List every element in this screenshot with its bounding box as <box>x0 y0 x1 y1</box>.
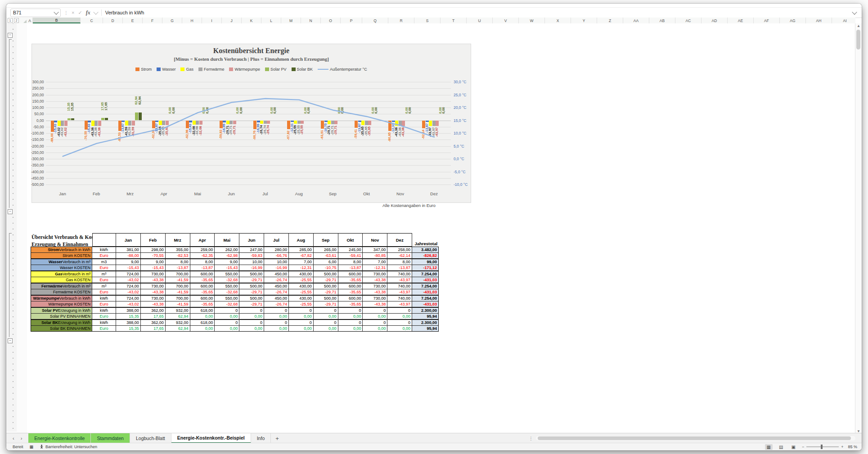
formula-input[interactable]: Verbrauch in kWh <box>105 10 853 15</box>
vertical-scrollbar[interactable]: ▲ ▼ <box>855 23 862 434</box>
table-cell-unit[interactable]: Euro <box>92 289 116 296</box>
column-header-K[interactable]: K <box>242 18 261 23</box>
column-header-T[interactable]: T <box>441 18 467 23</box>
table-cell-total[interactable]: -826,82 <box>412 253 439 259</box>
table-header-month[interactable]: Nov <box>363 233 387 247</box>
table-cell[interactable]: 500,00 <box>314 295 338 301</box>
table-cell-unit[interactable]: m3 <box>92 259 116 265</box>
confirm-entry-icon[interactable]: ✓ <box>78 10 82 16</box>
table-cell[interactable]: 280,00 <box>264 247 289 253</box>
table-cell[interactable]: -35,65 <box>190 289 215 296</box>
table-cell[interactable]: -62,98 <box>215 253 239 259</box>
table-cell[interactable]: 0,00 <box>215 326 239 332</box>
table-cell[interactable]: -25,55 <box>289 289 314 296</box>
table-header-month[interactable]: Mai <box>215 233 239 247</box>
chart-bar[interactable] <box>402 121 405 126</box>
table-cell-total[interactable]: 7.254,00 <box>412 295 439 301</box>
table-cell[interactable]: -41,59 <box>166 277 190 283</box>
table-cell[interactable]: 430,00 <box>289 271 314 277</box>
sheet-tab-energie-kostenkontrolle[interactable]: Energie-Kostenkontrolle <box>28 433 91 443</box>
table-cell[interactable]: 7,00 <box>363 259 387 265</box>
table-cell[interactable]: -29,71 <box>314 301 338 308</box>
table-cell[interactable]: -35,65 <box>338 289 363 296</box>
table-cell[interactable]: 0 <box>387 319 412 326</box>
column-header-M[interactable]: M <box>281 18 301 23</box>
column-header-AB[interactable]: AB <box>649 18 675 23</box>
expand-formula-bar-icon[interactable] <box>852 9 857 14</box>
table-cell[interactable]: 7,00 <box>289 259 314 265</box>
chart-bar[interactable] <box>135 112 138 121</box>
table-row-label[interactable]: Wasser Verbrauch in m³ <box>31 259 92 265</box>
table-cell[interactable]: 0 <box>314 319 338 326</box>
chart-bar[interactable] <box>88 121 91 122</box>
table-cell[interactable]: -15,43 <box>141 265 166 271</box>
column-header-I[interactable]: I <box>202 18 222 23</box>
column-header-Q[interactable]: Q <box>362 18 388 23</box>
chart-bar[interactable] <box>199 121 202 125</box>
table-header-month[interactable]: Apr <box>190 233 215 247</box>
outline-collapse-button[interactable]: − <box>8 209 13 214</box>
table-cell[interactable]: -26,74 <box>264 277 289 283</box>
column-header-B[interactable]: B <box>33 18 81 23</box>
outline-collapse-button[interactable]: − <box>8 338 13 343</box>
table-row-label[interactable]: Wärmepumpe Verbrauch in kWh <box>31 295 92 301</box>
chart-bar[interactable] <box>361 121 364 125</box>
table-cell[interactable]: -66,76 <box>264 253 289 259</box>
table-cell[interactable]: 0,00 <box>264 314 289 320</box>
chart-bar[interactable] <box>264 121 267 124</box>
chart-bar[interactable] <box>189 121 192 122</box>
table-header-month[interactable]: Sep <box>314 233 338 247</box>
column-header-AI[interactable]: AI <box>832 18 855 23</box>
table-cell[interactable]: -80,85 <box>363 253 387 259</box>
chart-bar[interactable] <box>159 121 162 125</box>
column-header-E[interactable]: E <box>123 18 143 23</box>
sheet-tab-info[interactable]: Info <box>251 433 271 443</box>
sheet-tab-stammdaten[interactable]: Stammdaten <box>91 433 130 443</box>
table-cell-total[interactable]: 2.300,00 <box>412 307 439 314</box>
table-row-label[interactable]: Gas KOSTEN <box>31 277 92 283</box>
table-cell[interactable]: 0,00 <box>239 314 264 320</box>
table-cell[interactable]: 0 <box>264 307 289 314</box>
chart-bar[interactable] <box>223 121 226 123</box>
chart-bar[interactable] <box>426 121 429 122</box>
table-cell[interactable]: 0,00 <box>239 326 264 332</box>
chart-bar[interactable] <box>139 112 142 121</box>
column-header-V[interactable]: V <box>493 18 519 23</box>
chart-bar[interactable] <box>54 121 57 122</box>
table-cell-unit[interactable]: Euro <box>92 314 116 320</box>
column-header-AH[interactable]: AH <box>806 18 832 23</box>
table-cell[interactable]: 730,00 <box>363 295 387 301</box>
table-cell[interactable]: -13,87 <box>190 265 215 271</box>
table-row-label[interactable]: Wasser KOSTEN <box>31 265 92 271</box>
chart-bar[interactable] <box>267 121 270 124</box>
chart-bar[interactable] <box>436 121 439 126</box>
table-cell[interactable]: 0 <box>239 307 264 314</box>
table-cell-unit[interactable]: kWh <box>92 307 116 314</box>
table-cell[interactable]: 550,00 <box>215 271 239 277</box>
table-cell[interactable]: 932,00 <box>166 307 190 314</box>
table-header-month[interactable]: Jan <box>116 233 141 247</box>
table-cell[interactable]: -15,43 <box>116 265 141 271</box>
grid-corner[interactable]: 1 2 <box>6 18 27 24</box>
table-cell[interactable]: 347,00 <box>363 247 387 253</box>
chart-bar[interactable] <box>294 121 297 124</box>
table-cell-unit[interactable]: Euro <box>92 265 116 271</box>
table-row-label[interactable]: Strom KOSTEN <box>31 253 92 259</box>
column-header-Z[interactable]: Z <box>597 18 623 23</box>
table-cell[interactable]: 700,00 <box>166 295 190 301</box>
table-cell[interactable]: -43,38 <box>363 289 387 296</box>
chart-bar[interactable] <box>98 121 101 126</box>
table-cell[interactable]: 600,00 <box>190 295 215 301</box>
table-cell[interactable]: 8,00 <box>387 259 412 265</box>
table-cell[interactable]: 0 <box>314 307 338 314</box>
table-cell[interactable]: -35,65 <box>190 301 215 308</box>
table-cell[interactable]: 600,00 <box>338 283 363 289</box>
column-header-G[interactable]: G <box>162 18 182 23</box>
table-cell[interactable]: -43,97 <box>387 289 412 296</box>
table-cell[interactable]: 500,00 <box>314 283 338 289</box>
table-cell[interactable]: 355,00 <box>166 247 190 253</box>
table-cell[interactable]: 0,00 <box>338 314 363 320</box>
column-header-C[interactable]: C <box>81 18 103 23</box>
chart-bar[interactable] <box>432 121 436 126</box>
table-header-month[interactable]: Mrz <box>166 233 190 247</box>
